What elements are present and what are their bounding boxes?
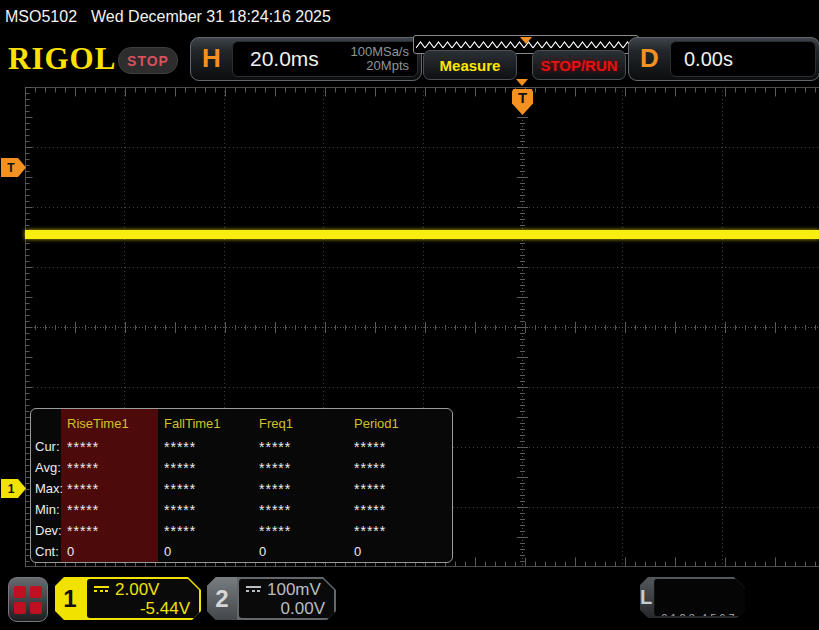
table-cell: 0 <box>348 541 444 562</box>
row-label-cnt: Cnt: <box>31 541 61 562</box>
channel2-values: 100mV 0.00V <box>239 579 334 618</box>
digital-channel-list: 0 1 2 3 4 5 6 7 8 9 1011 12131415 <box>654 579 761 616</box>
table-corner <box>31 410 61 436</box>
table-cell: ***** <box>158 436 253 457</box>
table-cell: ***** <box>158 499 253 520</box>
trigger-position-triangle-icon <box>516 79 528 86</box>
row-label-max: Max: <box>31 478 61 499</box>
measurement-table: RiseTime1 FallTime1 Freq1 Period1 Cur: *… <box>30 408 453 563</box>
sample-rate: 100MSa/s <box>350 45 409 59</box>
channel2-scale: 100mV <box>267 580 321 599</box>
table-cell: ***** <box>348 520 444 541</box>
delay-panel[interactable]: D 0.00s <box>628 37 819 81</box>
toolbar: RIGOL STOP H 20.0ms 100MSa/s 20Mpts <box>0 33 819 83</box>
table-cell: ***** <box>253 499 348 520</box>
datetime: Wed December 31 18:24:16 2025 <box>91 8 331 26</box>
channel2-offset: 0.00V <box>246 599 325 618</box>
table-cell: ***** <box>253 478 348 499</box>
table-cell: ***** <box>253 520 348 541</box>
memory-depth: 20Mpts <box>350 59 409 73</box>
row-label-cur: Cur: <box>31 436 61 457</box>
table-cell: ***** <box>253 436 348 457</box>
trigger-level-marker[interactable]: T <box>1 158 26 177</box>
table-cell: ***** <box>348 499 444 520</box>
timebase-value: 20.0ms <box>250 47 319 71</box>
table-cell: ***** <box>61 457 158 478</box>
ch1-waveform-trace <box>25 230 819 239</box>
table-cell: ***** <box>158 520 253 541</box>
apps-grid-button[interactable] <box>8 577 48 622</box>
dc-coupling-icon <box>246 586 261 592</box>
oscilloscope-screen: MSO5102 Wed December 31 18:24:16 2025 RI… <box>0 0 819 630</box>
table-cell: ***** <box>61 478 158 499</box>
dc-coupling-icon <box>94 586 109 592</box>
channel2-widget[interactable]: 2 100mV 0.00V <box>207 577 336 620</box>
column-header-risetime1[interactable]: RiseTime1 <box>61 410 158 436</box>
channel1-values: 2.00V -5.44V <box>87 579 199 618</box>
table-cell: ***** <box>253 457 348 478</box>
ch1-ground-marker[interactable]: 1 <box>1 479 26 498</box>
apps-grid-icon <box>14 586 42 614</box>
channel2-number: 2 <box>207 577 237 620</box>
table-cell: ***** <box>61 436 158 457</box>
status-bar: MSO5102 Wed December 31 18:24:16 2025 <box>0 0 819 33</box>
delay-value: 0.00s <box>684 48 733 71</box>
table-cell: ***** <box>348 436 444 457</box>
digital-channels-row1: 0 1 2 3 4 5 6 7 <box>661 611 755 625</box>
table-cell: 0 <box>253 541 348 562</box>
channel1-widget[interactable]: 1 2.00V -5.44V <box>55 577 201 620</box>
horizontal-settings-panel[interactable]: H 20.0ms 100MSa/s 20Mpts <box>190 37 422 81</box>
channel1-offset: -5.44V <box>94 599 190 618</box>
channel1-number: 1 <box>55 577 85 620</box>
model-name: MSO5102 <box>5 8 77 26</box>
row-label-dev: Dev: <box>31 520 61 541</box>
run-state-badge[interactable]: STOP <box>118 47 178 74</box>
row-label-min: Min: <box>31 499 61 520</box>
row-label-avg: Avg: <box>31 457 61 478</box>
column-header-falltime1[interactable]: FallTime1 <box>158 410 253 436</box>
logic-analyzer-label: L <box>640 577 652 618</box>
table-cell: ***** <box>158 478 253 499</box>
table-cell: ***** <box>61 520 158 541</box>
horizontal-label: H <box>202 43 221 74</box>
acquisition-info: 100MSa/s 20Mpts <box>350 45 409 73</box>
logic-analyzer-widget[interactable]: L 0 1 2 3 4 5 6 7 8 9 1011 12131415 <box>640 577 745 618</box>
table-cell: 0 <box>61 541 158 562</box>
column-header-freq1[interactable]: Freq1 <box>253 410 348 436</box>
rigol-logo: RIGOL <box>8 41 116 77</box>
table-cell: ***** <box>61 499 158 520</box>
table-cell: ***** <box>348 457 444 478</box>
delay-label: D <box>640 43 659 74</box>
stop-run-button[interactable]: STOP/RUN <box>532 50 626 80</box>
horizontal-values: 20.0ms 100MSa/s 20Mpts <box>232 41 418 77</box>
table-cell: 0 <box>158 541 253 562</box>
delay-values: 0.00s <box>670 41 816 77</box>
table-cell: ***** <box>348 478 444 499</box>
column-header-period1[interactable]: Period1 <box>348 410 444 436</box>
channel1-scale: 2.00V <box>115 580 159 599</box>
record-position-marker-icon[interactable] <box>520 37 532 44</box>
table-cell: ***** <box>158 457 253 478</box>
measure-button[interactable]: Measure <box>423 50 517 80</box>
